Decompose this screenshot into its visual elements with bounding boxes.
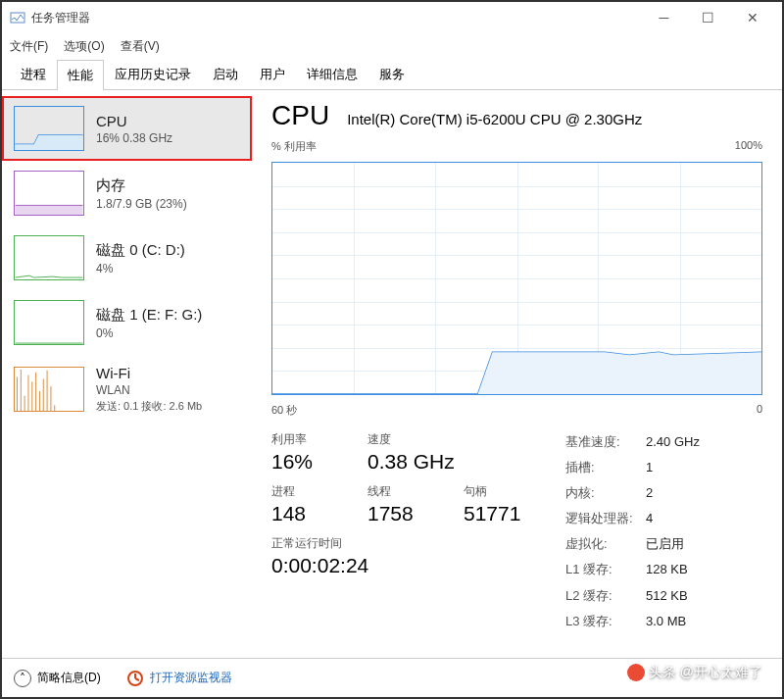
menubar: 文件(F) 选项(O) 查看(V) xyxy=(2,33,782,59)
spec-sockets: 1 xyxy=(646,457,653,478)
sidebar-item-sub: 16% 0.38 GHz xyxy=(96,131,172,145)
toutiao-logo-icon xyxy=(627,664,645,681)
cpu-model: Intel(R) Core(TM) i5-6200U CPU @ 2.30GHz xyxy=(347,111,642,127)
detail-title: CPU xyxy=(271,100,329,131)
spec-virt-label: 虚拟化: xyxy=(565,533,646,555)
spec-l3: 3.0 MB xyxy=(646,611,686,632)
disk-thumb-icon xyxy=(14,235,84,280)
svg-rect-1 xyxy=(16,205,83,215)
sidebar-item-label: 磁盘 0 (C: D:) xyxy=(96,241,185,260)
spec-virt: 已启用 xyxy=(646,533,684,555)
stat-util-label: 利用率 xyxy=(271,431,342,448)
window-title: 任务管理器 xyxy=(31,10,642,26)
stat-util: 16% xyxy=(271,450,342,474)
titlebar[interactable]: 任务管理器 ─ ☐ ✕ xyxy=(2,2,782,33)
task-manager-window: 任务管理器 ─ ☐ ✕ 文件(F) 选项(O) 查看(V) 进程 性能 应用历史… xyxy=(0,0,784,699)
spec-base: 2.40 GHz xyxy=(646,431,700,453)
tab-performance[interactable]: 性能 xyxy=(57,60,104,90)
stat-speed: 0.38 GHz xyxy=(368,450,485,474)
maximize-button[interactable]: ☐ xyxy=(686,3,730,32)
chart-label-bottom-left: 60 秒 xyxy=(271,403,297,418)
tab-services[interactable]: 服务 xyxy=(368,59,416,89)
tab-users[interactable]: 用户 xyxy=(249,59,296,89)
spec-logical-label: 逻辑处理器: xyxy=(565,508,646,529)
stat-proc: 148 xyxy=(271,502,342,525)
stat-speed-label: 速度 xyxy=(368,431,485,448)
sidebar-item-memory[interactable]: 内存1.8/7.9 GB (23%) xyxy=(2,161,252,225)
app-icon xyxy=(10,10,25,25)
stat-hnd-label: 句柄 xyxy=(464,483,534,500)
stat-thr: 1758 xyxy=(368,502,438,525)
stat-uptime: 0:00:02:24 xyxy=(271,554,534,577)
chart-label-bottom-right: 0 xyxy=(757,403,762,418)
sidebar-item-sub2: 发送: 0.1 接收: 2.6 Mb xyxy=(96,399,202,414)
memory-thumb-icon xyxy=(14,171,84,216)
spec-l1-label: L1 缓存: xyxy=(565,559,646,580)
sidebar-item-sub: WLAN xyxy=(96,383,202,397)
tab-app-history[interactable]: 应用历史记录 xyxy=(104,59,202,89)
spec-l1: 128 KB xyxy=(646,559,688,580)
stat-thr-label: 线程 xyxy=(368,483,438,500)
minimize-button[interactable]: ─ xyxy=(642,3,686,32)
sidebar-item-sub: 1.8/7.9 GB (23%) xyxy=(96,197,187,211)
sidebar-item-wifi[interactable]: Wi-FiWLAN发送: 0.1 接收: 2.6 Mb xyxy=(2,355,252,424)
spec-cores-label: 内核: xyxy=(565,482,646,504)
spec-l3-label: L3 缓存: xyxy=(565,611,646,632)
cpu-chart xyxy=(271,162,762,395)
sidebar-item-sub: 4% xyxy=(96,262,185,275)
chart-label-top-right: 100% xyxy=(735,139,762,154)
menu-file[interactable]: 文件(F) xyxy=(10,38,48,55)
sidebar-item-label: Wi-Fi xyxy=(96,365,202,381)
sidebar-item-disk1[interactable]: 磁盘 1 (E: F: G:)0% xyxy=(2,290,252,355)
cpu-thumb-icon xyxy=(14,106,84,151)
sidebar-item-label: 内存 xyxy=(96,176,187,195)
sidebar-item-disk0[interactable]: 磁盘 0 (C: D:)4% xyxy=(2,225,252,290)
spec-base-label: 基准速度: xyxy=(565,431,646,453)
sidebar-item-label: CPU xyxy=(96,113,172,129)
resource-monitor-icon xyxy=(126,670,144,687)
tabs: 进程 性能 应用历史记录 启动 用户 详细信息 服务 xyxy=(2,59,782,90)
watermark: 头条 @开心太难了 xyxy=(627,664,762,681)
chevron-up-icon[interactable]: ˄ xyxy=(14,670,31,687)
sidebar-item-label: 磁盘 1 (E: F: G:) xyxy=(96,306,202,325)
tab-processes[interactable]: 进程 xyxy=(10,59,57,89)
fewer-details-link[interactable]: 简略信息(D) xyxy=(37,670,101,686)
tab-details[interactable]: 详细信息 xyxy=(296,59,368,89)
tab-startup[interactable]: 启动 xyxy=(202,59,249,89)
menu-view[interactable]: 查看(V) xyxy=(121,38,160,55)
svg-line-6 xyxy=(135,678,139,680)
spec-l2: 512 KB xyxy=(646,585,688,607)
spec-sockets-label: 插槽: xyxy=(565,457,646,478)
menu-options[interactable]: 选项(O) xyxy=(64,38,104,55)
stat-proc-label: 进程 xyxy=(271,483,342,500)
sidebar-item-cpu[interactable]: CPU16% 0.38 GHz xyxy=(2,96,252,161)
wifi-thumb-icon xyxy=(14,367,84,412)
close-button[interactable]: ✕ xyxy=(730,3,774,32)
spec-logical: 4 xyxy=(646,508,653,529)
spec-l2-label: L2 缓存: xyxy=(565,585,646,607)
main-area: CPU16% 0.38 GHz 内存1.8/7.9 GB (23%) 磁盘 0 … xyxy=(2,90,782,658)
detail-panel: CPU Intel(R) Core(TM) i5-6200U CPU @ 2.3… xyxy=(252,90,782,658)
spec-cores: 2 xyxy=(646,482,653,504)
chart-label-top-left: % 利用率 xyxy=(271,139,317,154)
sidebar-item-sub: 0% xyxy=(96,326,202,340)
stat-hnd: 51771 xyxy=(464,502,534,525)
disk-thumb-icon xyxy=(14,300,84,345)
stat-uptime-label: 正常运行时间 xyxy=(271,535,534,552)
open-resource-monitor-link[interactable]: 打开资源监视器 xyxy=(150,670,232,686)
sidebar: CPU16% 0.38 GHz 内存1.8/7.9 GB (23%) 磁盘 0 … xyxy=(2,90,252,658)
